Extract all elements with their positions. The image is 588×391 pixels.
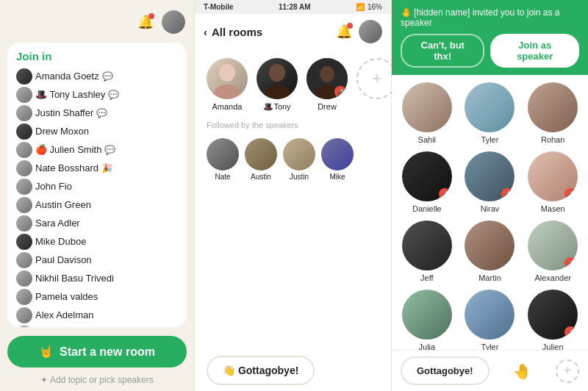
add-topic-hint[interactable]: ✦ Add topic or pick speakers [0, 372, 194, 391]
audience-item: Justin [283, 138, 315, 181]
panel-left-header: 🔔 [0, 7, 194, 40]
avatar [16, 68, 32, 85]
user-avatar[interactable] [359, 20, 382, 43]
participant-name: Amanda Goetz [35, 71, 99, 82]
user-avatar[interactable] [162, 10, 185, 34]
emoji: 💬 [104, 145, 115, 155]
emoji: 💬 [96, 108, 107, 118]
speaker-grid-avatar: 🎤 [528, 290, 578, 340]
avatar-image [359, 20, 382, 43]
participant-name: Pamela valdes [35, 291, 98, 302]
notification-bell-icon[interactable]: 🔔 [334, 21, 354, 42]
cant-but-thanks-button[interactable]: Can't, but thx! [401, 34, 484, 68]
list-item: Canzhi Ye 💬 [16, 324, 178, 327]
speaker-avatar [257, 58, 298, 99]
invite-banner: 🤚 [hidden name] invited you to join as a… [392, 0, 588, 75]
avatar [16, 160, 32, 176]
join-as-speaker-button[interactable]: Join as speaker [490, 34, 579, 68]
svg-point-2 [219, 64, 235, 82]
audience-section: Nate Austin Justin Mike [195, 132, 391, 187]
all-rooms-title: All rooms [212, 26, 262, 38]
speakers-grid: Sahil Tyler Rohan 🎤 Danielle 🎤 Nirav [392, 75, 588, 350]
speaker-grid-item: Julia [399, 290, 455, 350]
participant-name: Paul Davison [35, 254, 92, 265]
avatar [16, 289, 32, 305]
mic-off-badge: 🎤 [564, 326, 576, 338]
speaker-grid-name: Tyler [481, 342, 499, 350]
list-item: Justin Shaffer 💬 [16, 104, 178, 122]
hand-emoji: 🤚 [513, 362, 531, 380]
avatar [16, 252, 32, 268]
invite-actions: Can't, but thx! Join as speaker [401, 34, 579, 68]
speaker-grid-item: Jeff [399, 220, 455, 282]
speaker-grid-item: 🎤 Julien [525, 290, 581, 350]
audience-name: Austin [251, 173, 271, 181]
speakers-section: Amanda 🎩Tony 🎤 Drew [195, 49, 391, 118]
speaker-grid-name: Sahil [418, 135, 436, 144]
mic-off-badge: 🎤 [501, 188, 513, 200]
participant-name: 🍎 Julien Smith [35, 144, 101, 155]
avatar [16, 87, 32, 103]
speaker-grid-avatar [465, 82, 514, 132]
battery-label: 📶 16% [356, 3, 382, 11]
speaker-grid-avatar [465, 220, 514, 270]
avatar [16, 307, 32, 323]
speaker-item: 🎩Tony [257, 58, 298, 112]
emoji: 🎉 [101, 163, 112, 173]
gottagobye-button[interactable]: 👋 Gottagobye! [207, 356, 315, 385]
speaker-grid-name: Martin [478, 273, 501, 282]
add-circle-button[interactable]: + [556, 359, 579, 383]
speaker-grid-item: Rohan [525, 82, 581, 144]
notification-badge [148, 13, 154, 19]
list-item: Nikhil Basu Trivedi [16, 269, 178, 287]
mic-off-badge: 🎤 [334, 86, 346, 98]
speaker-grid-name: Nirav [481, 204, 500, 213]
start-new-room-button[interactable]: 🤘 Start a new room [7, 336, 187, 367]
panel-rooms-list: 🔔 Join in Amanda Goetz 💬 🎩 Tony Lashley … [0, 0, 195, 391]
gottagobye-label: 👋 Gottagobye! [223, 365, 298, 376]
start-room-emoji: 🤘 [39, 345, 54, 359]
carrier-label: T-Mobile [204, 3, 234, 11]
list-item: Paul Davison [16, 251, 178, 269]
speaker-grid-avatar [402, 220, 452, 270]
svg-point-1 [214, 85, 240, 99]
list-item: Amanda Goetz 💬 [16, 67, 178, 85]
back-arrow-icon: ‹ [204, 26, 207, 38]
join-label: Join in [16, 50, 178, 62]
notification-bell-icon[interactable]: 🔔 [135, 12, 156, 32]
panel-join-speaker: 🤚 [hidden name] invited you to join as a… [392, 0, 588, 391]
audience-name: Nate [215, 173, 230, 181]
avatar [16, 270, 32, 287]
speaker-grid-avatar: 🎤 [465, 151, 514, 201]
speaker-grid-name: Masen [541, 204, 565, 213]
back-button[interactable]: ‹ All rooms [204, 26, 262, 38]
gottagobye-button-right[interactable]: Gottagobye! [401, 356, 490, 385]
speaker-grid-item: Sahil [399, 82, 455, 144]
speaker-name: Amanda [212, 102, 243, 111]
avatar [16, 215, 32, 232]
speaker-item: 🎤 Drew [306, 58, 348, 111]
list-item: Nate Bosshard 🎉 [16, 159, 178, 177]
audience-avatar [283, 138, 315, 171]
speaker-name: 🎩Tony [263, 102, 290, 112]
participant-name: Nate Bosshard [35, 162, 98, 173]
speaker-item: Amanda [207, 58, 248, 111]
avatar [16, 197, 32, 213]
svg-point-7 [320, 66, 334, 82]
audience-item: Mike [321, 138, 354, 181]
plus-icon: + [373, 69, 382, 88]
svg-point-5 [269, 64, 285, 82]
mic-off-badge: 🎤 [564, 257, 576, 269]
mic-off-badge: 🎤 [564, 188, 576, 200]
list-item: Alex Adelman [16, 306, 178, 324]
panel-all-rooms: T-Mobile 11:28 AM 📶 16% ‹ All rooms 🔔 [195, 0, 392, 391]
emoji: 💬 [102, 71, 113, 82]
room-card: Join in Amanda Goetz 💬 🎩 Tony Lashley 💬 … [7, 43, 187, 327]
time-label: 11:28 AM [279, 3, 311, 11]
all-rooms-header: ‹ All rooms 🔔 [195, 14, 391, 49]
svg-point-4 [264, 85, 290, 99]
participant-name: John Fio [35, 181, 72, 192]
speaker-grid-item: Martin [462, 220, 518, 282]
avatar [16, 179, 32, 195]
list-item: Drew Moxon [16, 122, 178, 140]
